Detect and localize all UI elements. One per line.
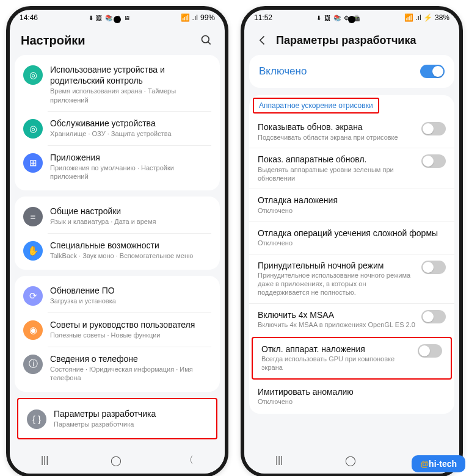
option-row[interactable]: Показывать обнов. экранаПодсвечивать обл… — [249, 116, 454, 148]
page-title: Параметры разработчика — [276, 34, 448, 47]
status-bar: 14:46 ⬇ 🖼 📚 ⚙ 🖥 📶 .ıl 99% — [10, 10, 225, 23]
option-desc: Всегда использовать GPU при компоновке э… — [261, 355, 412, 372]
settings-row[interactable]: ◉Советы и руководство пользователяПолезн… — [15, 312, 220, 347]
settings-row[interactable]: ◎Обслуживание устройстваХранилище · ОЗУ … — [15, 111, 220, 145]
settings-row[interactable]: ◎Использование устройства и родительский… — [15, 57, 220, 111]
option-desc: Выделять аппаратные уровни зеленым при о… — [258, 166, 415, 183]
phone-left: 14:46 ⬇ 🖼 📚 ⚙ 🖥 📶 .ıl 99% Настройки ◎Исп… — [6, 6, 228, 476]
nav-recent-icon[interactable]: ||| — [275, 455, 283, 466]
option-desc: Подсвечивать области экрана при отрисовк… — [258, 134, 415, 142]
row-title: Обновление ПО — [50, 285, 211, 296]
option-title: Включить 4x MSAA — [258, 310, 415, 321]
row-title: Советы и руководство пользователя — [50, 319, 211, 330]
row-icon: ◎ — [23, 65, 43, 85]
option-desc: Включить 4x MSAA в приложениях OpenGL ES… — [258, 321, 415, 330]
master-toggle-row[interactable]: Включено — [249, 55, 454, 88]
nav-home-icon[interactable]: ◯ — [345, 455, 356, 466]
row-title: Общие настройки — [50, 206, 211, 217]
settings-group: { }Параметры разработчикаПараметры разра… — [17, 398, 217, 439]
option-row[interactable]: Отладка наложенияОтключено — [249, 189, 454, 221]
enabled-label: Включено — [259, 65, 307, 78]
row-icon: ⟳ — [23, 286, 43, 306]
row-title: Приложения — [50, 152, 211, 163]
option-row[interactable]: Включить 4x MSAAВключить 4x MSAA в прило… — [249, 303, 454, 336]
row-icon: { } — [27, 409, 46, 429]
option-desc: Принудительное использование ночного реж… — [258, 272, 415, 297]
option-title: Имитировать аномалию — [258, 387, 446, 398]
status-battery: 38% — [435, 13, 449, 22]
option-desc: Отключено — [258, 207, 446, 215]
row-desc: Загрузка и установка — [50, 297, 211, 305]
option-title: Показ. аппаратные обновл. — [258, 154, 415, 165]
option-title: Отладка наложения — [258, 195, 446, 206]
row-icon: ⓘ — [23, 355, 43, 374]
settings-group: ◎Использование устройства и родительский… — [15, 55, 220, 190]
settings-row[interactable]: ≡Общие настройкиЯзык и клавиатура · Дата… — [15, 199, 220, 233]
row-title: Сведения о телефоне — [50, 353, 211, 364]
phone-right: 11:52 ⬇ 🖼 📚 ⚙ 📠 📶 .ıl ⚡ 38% Параметры ра… — [241, 6, 463, 476]
option-row[interactable]: Принудительный ночной режимПринудительно… — [249, 254, 454, 303]
option-toggle[interactable] — [421, 154, 446, 168]
row-desc: Язык и клавиатура · Дата и время — [50, 217, 211, 226]
settings-group: ⟳Обновление ПОЗагрузка и установка◉Совет… — [15, 276, 220, 392]
page-title: Настройки — [21, 34, 193, 48]
row-desc: Полезные советы · Новые функции — [50, 331, 211, 339]
settings-header: Настройки — [10, 23, 225, 55]
row-title: Специальные возможности — [50, 240, 211, 251]
status-signal: 📶 .ıl ⚡ — [404, 13, 432, 22]
option-row[interactable]: Отладка операций усечения сложной формыО… — [249, 222, 454, 254]
dev-header: Параметры разработчика — [244, 23, 459, 55]
status-time: 11:52 — [254, 13, 272, 22]
settings-row[interactable]: ⓘСведения о телефонеСостояние · Юридичес… — [15, 347, 220, 389]
option-toggle[interactable] — [418, 344, 442, 358]
option-toggle[interactable] — [421, 122, 446, 135]
settings-row[interactable]: ⟳Обновление ПОЗагрузка и установка — [15, 278, 220, 312]
status-apps: ⬇ 🖼 📚 ⚙ 📠 — [316, 15, 360, 21]
options-card: Аппаратное ускорение отрисовки Показыват… — [249, 95, 454, 414]
option-desc: Отключено — [258, 239, 446, 248]
row-desc: Хранилище · ОЗУ · Защита устройства — [50, 129, 211, 138]
row-icon: ≡ — [23, 207, 43, 226]
status-apps: ⬇ 🖼 📚 ⚙ 🖥 — [89, 15, 131, 21]
status-bar: 11:52 ⬇ 🖼 📚 ⚙ 📠 📶 .ıl ⚡ 38% — [244, 10, 459, 23]
option-desc: Отключено — [258, 398, 446, 406]
svg-point-0 — [202, 36, 209, 43]
option-title: Отладка операций усечения сложной формы — [258, 228, 446, 239]
row-desc: TalkBack · Звук моно · Вспомогательное м… — [50, 251, 211, 260]
option-row[interactable]: Показ. аппаратные обновл.Выделять аппара… — [249, 148, 454, 189]
nav-home-icon[interactable]: ◯ — [111, 455, 122, 466]
option-row[interactable]: Откл. аппарат. наложенияВсегда использов… — [253, 338, 451, 378]
row-desc: Время использования экрана · Таймеры при… — [50, 87, 211, 104]
row-title: Использование устройства и родительский … — [50, 64, 211, 86]
row-icon: ⊞ — [23, 153, 43, 173]
row-desc: Состояние · Юридическая информация · Имя… — [50, 365, 211, 383]
option-row[interactable]: Имитировать аномалиюОтключено — [249, 381, 454, 413]
row-icon: ◉ — [23, 320, 43, 340]
settings-row[interactable]: ⊞ПриложенияПриложения по умолчанию · Нас… — [15, 145, 220, 188]
row-desc: Параметры разработчика — [54, 420, 208, 428]
search-icon[interactable] — [199, 33, 214, 48]
settings-group: ≡Общие настройкиЯзык и клавиатура · Дата… — [15, 197, 220, 270]
option-toggle[interactable] — [421, 261, 446, 274]
nav-recent-icon[interactable]: ||| — [41, 455, 48, 466]
back-icon[interactable] — [255, 33, 270, 48]
master-toggle[interactable] — [420, 65, 445, 78]
option-title: Принудительный ночной режим — [258, 261, 415, 272]
svg-line-1 — [208, 42, 211, 45]
status-signal: 📶 .ıl — [181, 13, 198, 22]
option-title: Откл. аппарат. наложения — [261, 344, 412, 355]
nav-back-icon[interactable]: 〈 — [184, 454, 194, 467]
row-title: Параметры разработчика — [54, 408, 208, 419]
status-time: 14:46 — [20, 13, 38, 22]
row-icon: ◎ — [23, 119, 43, 139]
settings-row[interactable]: ✋Специальные возможностиTalkBack · Звук … — [15, 233, 220, 267]
row-icon: ✋ — [23, 241, 43, 261]
status-battery: 99% — [200, 13, 215, 22]
row-title: Обслуживание устройства — [50, 118, 211, 129]
row-desc: Приложения по умолчанию · Настройки прил… — [50, 164, 211, 181]
nav-bar: ||| ◯ 〈 — [10, 447, 225, 474]
option-toggle[interactable] — [421, 310, 446, 323]
section-header: Аппаратное ускорение отрисовки — [253, 98, 379, 114]
settings-row[interactable]: { }Параметры разработчикаПараметры разра… — [18, 402, 216, 436]
option-title: Показывать обнов. экрана — [258, 122, 415, 133]
